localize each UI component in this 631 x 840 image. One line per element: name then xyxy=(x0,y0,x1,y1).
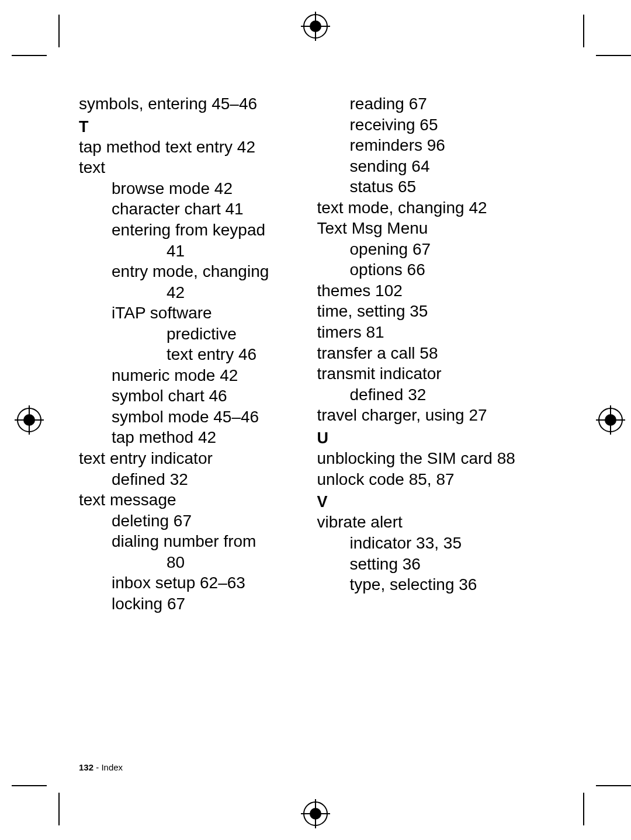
index-section-heading: T xyxy=(79,117,311,137)
index-entry: transmit indicator xyxy=(317,363,550,384)
index-column-right: reading 67 receiving 65 reminders 96 sen… xyxy=(317,93,550,735)
index-entry: symbols, entering 45–46 xyxy=(79,93,311,114)
index-entry: travel charger, using 27 xyxy=(317,405,550,426)
index-subentry: symbol chart 46 xyxy=(79,386,311,407)
index-subentry: browse mode 42 xyxy=(79,178,311,199)
index-subentry-cont: 42 xyxy=(79,282,311,303)
index-subentry: defined 32 xyxy=(79,469,311,490)
crop-mark xyxy=(12,785,47,786)
index-entry: text message xyxy=(79,490,311,511)
index-subentry: type, selecting 36 xyxy=(317,574,550,595)
index-subentry: symbol mode 45–46 xyxy=(79,407,311,428)
index-subentry: dialing number from xyxy=(79,531,311,552)
index-subentry: reminders 96 xyxy=(317,135,550,156)
index-section-heading: V xyxy=(317,492,550,512)
registration-mark-icon xyxy=(301,12,330,41)
index-entry: text entry indicator xyxy=(79,448,311,469)
index-subentry: locking 67 xyxy=(79,593,311,615)
crop-mark xyxy=(58,793,60,825)
index-column-left: symbols, entering 45–46 T tap method tex… xyxy=(79,93,311,735)
index-subentry-cont: 41 xyxy=(79,241,311,262)
index-subentry-cont: 80 xyxy=(79,552,311,573)
index-subentry: deleting 67 xyxy=(79,511,311,532)
registration-mark-icon xyxy=(301,799,330,828)
index-entry: time, setting 35 xyxy=(317,301,550,322)
crop-mark xyxy=(596,55,631,56)
page-number: 132 xyxy=(79,762,93,772)
index-entry: vibrate alert xyxy=(317,512,550,533)
index-entry: unlock code 85, 87 xyxy=(317,469,550,490)
crop-mark xyxy=(596,785,631,786)
index-subentry: receiving 65 xyxy=(317,114,550,136)
registration-mark-icon xyxy=(596,405,625,435)
index-subentry: setting 36 xyxy=(317,554,550,575)
index-entry: transfer a call 58 xyxy=(317,343,550,364)
index-subentry: numeric mode 42 xyxy=(79,365,311,386)
index-subentry: tap method 42 xyxy=(79,427,311,448)
registration-mark-icon xyxy=(15,405,44,435)
index-subentry: iTAP software xyxy=(79,303,311,324)
index-entry: unblocking the SIM card 88 xyxy=(317,448,550,469)
crop-mark xyxy=(583,15,584,47)
page-footer: 132 - Index xyxy=(79,762,123,772)
crop-mark xyxy=(58,15,60,47)
index-entry: themes 102 xyxy=(317,280,550,301)
index-section-heading: U xyxy=(317,428,550,448)
index-subentry-cont: predictive xyxy=(79,324,311,345)
footer-sep: - xyxy=(93,762,101,772)
index-subentry: entering from keypad xyxy=(79,220,311,241)
index-subentry: indicator 33, 35 xyxy=(317,533,550,554)
index-subentry: options 66 xyxy=(317,259,550,280)
crop-mark xyxy=(12,55,47,56)
index-subentry: defined 32 xyxy=(317,384,550,405)
index-subentry: reading 67 xyxy=(317,93,550,114)
index-entry: text xyxy=(79,157,311,178)
index-content: symbols, entering 45–46 T tap method tex… xyxy=(79,93,549,735)
index-subentry-cont: text entry 46 xyxy=(79,344,311,365)
index-entry: Text Msg Menu xyxy=(317,218,550,239)
index-subentry: inbox setup 62–63 xyxy=(79,572,311,593)
index-subentry: character chart 41 xyxy=(79,199,311,220)
footer-label: Index xyxy=(101,762,123,772)
crop-mark xyxy=(583,793,584,825)
index-subentry: sending 64 xyxy=(317,156,550,177)
index-subentry: entry mode, changing xyxy=(79,261,311,282)
index-subentry: opening 67 xyxy=(317,239,550,260)
index-entry: tap method text entry 42 xyxy=(79,137,311,158)
index-subentry: status 65 xyxy=(317,176,550,197)
index-entry: text mode, changing 42 xyxy=(317,197,550,218)
index-entry: timers 81 xyxy=(317,322,550,343)
